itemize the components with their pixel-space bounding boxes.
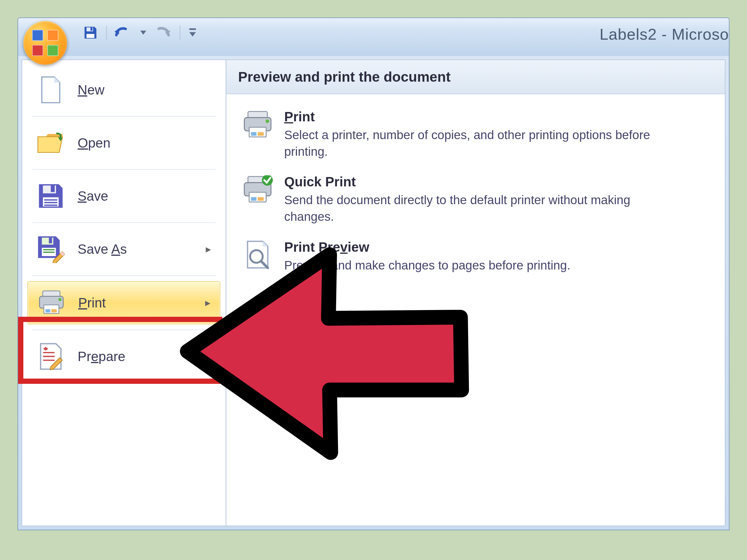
- menu-item-save-as[interactable]: Save As ▸: [27, 228, 220, 270]
- divider: [32, 169, 216, 170]
- printer-check-icon: [241, 174, 274, 206]
- qat-undo-button[interactable]: [113, 23, 132, 42]
- folder-open-icon: [37, 129, 65, 157]
- save-disk-icon: [83, 25, 98, 41]
- menu-item-label: Prepare: [78, 349, 126, 364]
- submenu-arrow-icon: ▸: [205, 297, 210, 309]
- svg-rect-20: [251, 197, 257, 201]
- menu-item-new[interactable]: New: [27, 69, 220, 111]
- prepare-icon: [37, 342, 65, 370]
- save-disk-icon: [37, 182, 65, 210]
- submenu-item-print[interactable]: Print Select a printer, number of copies…: [238, 102, 713, 167]
- submenu-arrow-icon: ▸: [206, 243, 211, 255]
- qat-customize-button[interactable]: [187, 23, 199, 42]
- submenu-item-desc: Select a printer, number of copies, and …: [284, 127, 675, 160]
- save-disk-pencil-icon: [37, 235, 65, 263]
- submenu-item-print-preview[interactable]: Print Preview Preview and make changes t…: [238, 232, 713, 281]
- new-document-icon: [37, 76, 65, 104]
- menu-item-save[interactable]: Save: [27, 175, 220, 217]
- menu-item-label: Open: [78, 135, 110, 151]
- menu-item-prepare[interactable]: Prepare ▸: [27, 336, 220, 377]
- office-menu-left-column: New Open Save: [22, 60, 227, 526]
- printer-icon: [241, 109, 274, 141]
- submenu-item-title: Print: [284, 109, 675, 125]
- svg-rect-16: [258, 132, 264, 136]
- svg-rect-1: [51, 186, 55, 192]
- menu-item-open[interactable]: Open: [27, 122, 220, 164]
- submenu-item-title: Quick Print: [284, 174, 675, 190]
- submenu-arrow-icon: ▸: [206, 350, 211, 363]
- svg-rect-21: [258, 197, 264, 201]
- printer-icon: [37, 289, 66, 317]
- qat-undo-dropdown[interactable]: [138, 23, 148, 42]
- quick-access-toolbar: [72, 18, 207, 47]
- menu-item-label: Print: [78, 295, 106, 311]
- svg-rect-9: [46, 309, 50, 312]
- svg-point-13: [265, 119, 269, 123]
- office-menu-right-panel: Preview and print the document Print Sel…: [227, 60, 725, 526]
- submenu-item-desc: Preview and make changes to pages before…: [284, 257, 570, 274]
- office-button[interactable]: [23, 21, 67, 65]
- divider: [32, 116, 216, 117]
- chevron-down-icon: [140, 31, 146, 35]
- title-bar: Labels2 - Microso: [18, 18, 729, 56]
- office-menu-panel: New Open Save: [22, 59, 725, 526]
- menu-item-label: Save: [78, 188, 108, 204]
- divider: [32, 275, 216, 276]
- submenu-item-quick-print[interactable]: Quick Print Send the document directly t…: [238, 167, 713, 232]
- svg-rect-3: [49, 238, 52, 243]
- undo-arrow-icon: [113, 25, 132, 41]
- svg-rect-10: [51, 309, 57, 312]
- separator: [180, 25, 180, 40]
- menu-item-label: New: [78, 82, 104, 98]
- submenu-item-title: Print Preview: [284, 239, 570, 255]
- menu-item-label: Save As: [78, 241, 127, 257]
- separator: [106, 25, 107, 40]
- svg-rect-15: [251, 132, 257, 136]
- qat-redo-button[interactable]: [155, 23, 173, 42]
- divider: [32, 222, 216, 223]
- menu-item-print[interactable]: Print ▸: [27, 281, 220, 324]
- submenu-item-desc: Send the document directly to the defaul…: [284, 192, 675, 225]
- application-window: Labels2 - Microso New Open: [18, 18, 729, 530]
- redo-arrow-icon: [156, 25, 172, 41]
- right-panel-heading: Preview and print the document: [227, 60, 725, 94]
- divider: [32, 329, 216, 330]
- office-logo-icon: [32, 30, 58, 56]
- qat-save-button[interactable]: [81, 23, 100, 42]
- svg-point-7: [58, 298, 61, 301]
- window-title: Labels2 - Microso: [207, 18, 729, 43]
- print-preview-icon: [241, 239, 274, 271]
- svg-rect-0: [189, 28, 196, 30]
- customize-icon: [189, 28, 197, 37]
